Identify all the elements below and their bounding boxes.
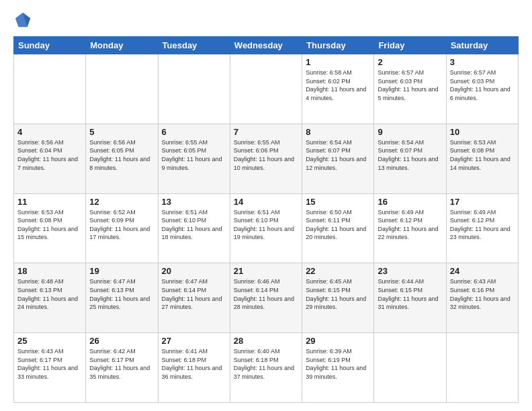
day-info: Sunrise: 6:53 AM Sunset: 6:08 PM Dayligh…	[17, 208, 82, 242]
day-info: Sunrise: 6:51 AM Sunset: 6:10 PM Dayligh…	[162, 208, 226, 242]
header	[13, 11, 519, 30]
calendar-cell	[86, 54, 158, 124]
day-info: Sunrise: 6:55 AM Sunset: 6:06 PM Dayligh…	[234, 138, 298, 172]
weekday-header-row: SundayMondayTuesdayWednesdayThursdayFrid…	[14, 37, 519, 54]
day-number: 28	[234, 336, 298, 346]
day-info: Sunrise: 6:56 AM Sunset: 6:04 PM Dayligh…	[17, 138, 82, 172]
week-row-4: 25Sunrise: 6:43 AM Sunset: 6:17 PM Dayli…	[14, 333, 519, 403]
day-number: 27	[162, 336, 226, 346]
calendar-cell: 13Sunrise: 6:51 AM Sunset: 6:10 PM Dayli…	[158, 193, 230, 263]
day-info: Sunrise: 6:52 AM Sunset: 6:09 PM Dayligh…	[89, 208, 154, 242]
calendar-cell: 12Sunrise: 6:52 AM Sunset: 6:09 PM Dayli…	[86, 193, 158, 263]
calendar-cell: 3Sunrise: 6:57 AM Sunset: 6:03 PM Daylig…	[446, 54, 518, 124]
day-number: 13	[162, 197, 226, 207]
day-number: 20	[162, 266, 226, 276]
day-number: 11	[17, 197, 82, 207]
calendar-cell	[158, 54, 230, 124]
calendar-cell: 6Sunrise: 6:55 AM Sunset: 6:05 PM Daylig…	[158, 124, 230, 193]
day-info: Sunrise: 6:39 AM Sunset: 6:19 PM Dayligh…	[306, 347, 370, 381]
day-number: 7	[234, 127, 298, 137]
weekday-thursday: Thursday	[302, 37, 374, 54]
day-number: 3	[450, 57, 515, 67]
day-info: Sunrise: 6:51 AM Sunset: 6:10 PM Dayligh…	[234, 208, 298, 242]
day-info: Sunrise: 6:42 AM Sunset: 6:17 PM Dayligh…	[89, 347, 154, 381]
week-row-2: 11Sunrise: 6:53 AM Sunset: 6:08 PM Dayli…	[14, 193, 519, 263]
calendar-cell: 27Sunrise: 6:41 AM Sunset: 6:18 PM Dayli…	[158, 333, 230, 403]
day-number: 26	[89, 336, 154, 346]
day-number: 4	[17, 127, 82, 137]
logo	[13, 11, 35, 30]
day-info: Sunrise: 6:47 AM Sunset: 6:13 PM Dayligh…	[89, 277, 154, 311]
calendar-cell: 19Sunrise: 6:47 AM Sunset: 6:13 PM Dayli…	[86, 263, 158, 333]
day-info: Sunrise: 6:58 AM Sunset: 6:02 PM Dayligh…	[306, 68, 370, 102]
calendar-cell: 5Sunrise: 6:56 AM Sunset: 6:05 PM Daylig…	[86, 124, 158, 193]
weekday-sunday: Sunday	[14, 37, 86, 54]
calendar-cell: 7Sunrise: 6:55 AM Sunset: 6:06 PM Daylig…	[230, 124, 302, 193]
calendar-cell: 8Sunrise: 6:54 AM Sunset: 6:07 PM Daylig…	[302, 124, 374, 193]
calendar-cell	[374, 333, 446, 403]
calendar-cell: 21Sunrise: 6:46 AM Sunset: 6:14 PM Dayli…	[230, 263, 302, 333]
day-info: Sunrise: 6:54 AM Sunset: 6:07 PM Dayligh…	[306, 138, 370, 172]
day-number: 6	[162, 127, 226, 137]
calendar-cell: 2Sunrise: 6:57 AM Sunset: 6:03 PM Daylig…	[374, 54, 446, 124]
day-number: 15	[306, 197, 370, 207]
day-number: 19	[89, 266, 154, 276]
calendar-cell: 14Sunrise: 6:51 AM Sunset: 6:10 PM Dayli…	[230, 193, 302, 263]
calendar-cell: 22Sunrise: 6:45 AM Sunset: 6:15 PM Dayli…	[302, 263, 374, 333]
weekday-wednesday: Wednesday	[230, 37, 302, 54]
calendar-cell: 24Sunrise: 6:43 AM Sunset: 6:16 PM Dayli…	[446, 263, 518, 333]
calendar-cell: 4Sunrise: 6:56 AM Sunset: 6:04 PM Daylig…	[14, 124, 86, 193]
day-info: Sunrise: 6:49 AM Sunset: 6:12 PM Dayligh…	[450, 208, 515, 242]
calendar-cell: 18Sunrise: 6:48 AM Sunset: 6:13 PM Dayli…	[14, 263, 86, 333]
day-info: Sunrise: 6:41 AM Sunset: 6:18 PM Dayligh…	[162, 347, 226, 381]
week-row-0: 1Sunrise: 6:58 AM Sunset: 6:02 PM Daylig…	[14, 54, 519, 124]
day-number: 29	[306, 336, 370, 346]
day-info: Sunrise: 6:50 AM Sunset: 6:11 PM Dayligh…	[306, 208, 370, 242]
day-info: Sunrise: 6:46 AM Sunset: 6:14 PM Dayligh…	[234, 277, 298, 311]
calendar-cell: 9Sunrise: 6:54 AM Sunset: 6:07 PM Daylig…	[374, 124, 446, 193]
weekday-monday: Monday	[86, 37, 158, 54]
weekday-tuesday: Tuesday	[158, 37, 230, 54]
calendar-cell: 26Sunrise: 6:42 AM Sunset: 6:17 PM Dayli…	[86, 333, 158, 403]
day-info: Sunrise: 6:53 AM Sunset: 6:08 PM Dayligh…	[450, 138, 515, 172]
calendar-cell: 16Sunrise: 6:49 AM Sunset: 6:12 PM Dayli…	[374, 193, 446, 263]
calendar-cell: 20Sunrise: 6:47 AM Sunset: 6:14 PM Dayli…	[158, 263, 230, 333]
day-info: Sunrise: 6:57 AM Sunset: 6:03 PM Dayligh…	[378, 68, 442, 102]
week-row-1: 4Sunrise: 6:56 AM Sunset: 6:04 PM Daylig…	[14, 124, 519, 193]
calendar-cell: 10Sunrise: 6:53 AM Sunset: 6:08 PM Dayli…	[446, 124, 518, 193]
day-number: 23	[378, 266, 442, 276]
day-info: Sunrise: 6:55 AM Sunset: 6:05 PM Dayligh…	[162, 138, 226, 172]
calendar-cell	[230, 54, 302, 124]
calendar-cell: 25Sunrise: 6:43 AM Sunset: 6:17 PM Dayli…	[14, 333, 86, 403]
day-number: 5	[89, 127, 154, 137]
day-number: 18	[17, 266, 82, 276]
day-number: 8	[306, 127, 370, 137]
day-info: Sunrise: 6:43 AM Sunset: 6:17 PM Dayligh…	[17, 347, 82, 381]
day-number: 9	[378, 127, 442, 137]
day-number: 16	[378, 197, 442, 207]
calendar-cell	[14, 54, 86, 124]
day-number: 10	[450, 127, 515, 137]
day-number: 2	[378, 57, 442, 67]
day-info: Sunrise: 6:40 AM Sunset: 6:18 PM Dayligh…	[234, 347, 298, 381]
day-info: Sunrise: 6:44 AM Sunset: 6:15 PM Dayligh…	[378, 277, 442, 311]
logo-icon	[13, 11, 32, 30]
day-info: Sunrise: 6:56 AM Sunset: 6:05 PM Dayligh…	[89, 138, 154, 172]
day-number: 12	[89, 197, 154, 207]
page: SundayMondayTuesdayWednesdayThursdayFrid…	[0, 0, 532, 411]
calendar-cell: 28Sunrise: 6:40 AM Sunset: 6:18 PM Dayli…	[230, 333, 302, 403]
day-info: Sunrise: 6:49 AM Sunset: 6:12 PM Dayligh…	[378, 208, 442, 242]
day-number: 1	[306, 57, 370, 67]
week-row-3: 18Sunrise: 6:48 AM Sunset: 6:13 PM Dayli…	[14, 263, 519, 333]
calendar-cell: 29Sunrise: 6:39 AM Sunset: 6:19 PM Dayli…	[302, 333, 374, 403]
calendar-table: SundayMondayTuesdayWednesdayThursdayFrid…	[13, 36, 519, 403]
calendar-cell: 1Sunrise: 6:58 AM Sunset: 6:02 PM Daylig…	[302, 54, 374, 124]
calendar-cell: 15Sunrise: 6:50 AM Sunset: 6:11 PM Dayli…	[302, 193, 374, 263]
day-info: Sunrise: 6:48 AM Sunset: 6:13 PM Dayligh…	[17, 277, 82, 311]
weekday-saturday: Saturday	[446, 37, 518, 54]
calendar-cell: 17Sunrise: 6:49 AM Sunset: 6:12 PM Dayli…	[446, 193, 518, 263]
day-info: Sunrise: 6:54 AM Sunset: 6:07 PM Dayligh…	[378, 138, 442, 172]
calendar-cell: 23Sunrise: 6:44 AM Sunset: 6:15 PM Dayli…	[374, 263, 446, 333]
day-info: Sunrise: 6:47 AM Sunset: 6:14 PM Dayligh…	[162, 277, 226, 311]
day-number: 25	[17, 336, 82, 346]
